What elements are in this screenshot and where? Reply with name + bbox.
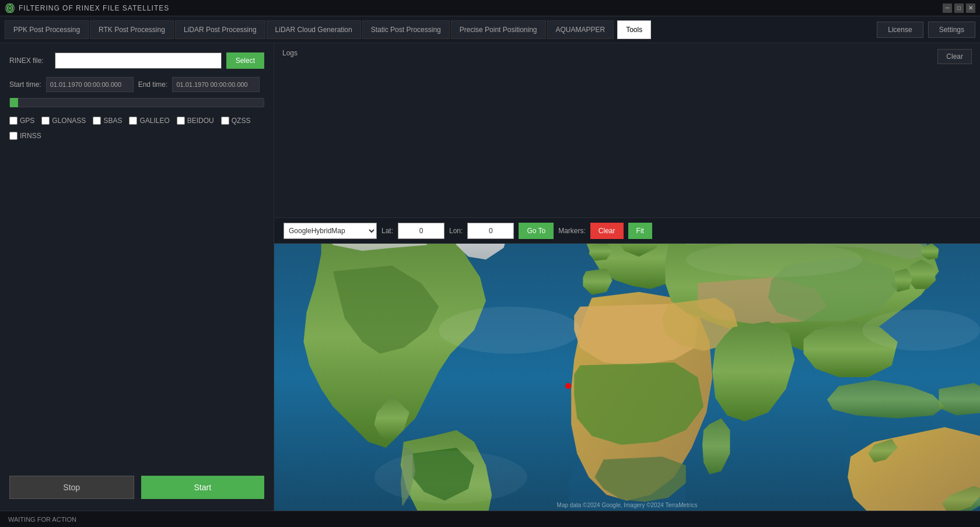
glonass-checkbox-item[interactable]: GLONASS: [41, 117, 86, 125]
beidou-checkbox-item[interactable]: BEIDOU: [177, 117, 214, 125]
irnss-label: IRNSS: [20, 132, 41, 140]
sbas-checkbox-item[interactable]: SBAS: [93, 117, 122, 125]
time-range-slider[interactable]: [9, 98, 264, 107]
app-icon: [5, 3, 15, 13]
lat-label: Lat:: [382, 227, 393, 235]
map-type-select[interactable]: GoogleHybridMap GoogleSatelliteMap Googl…: [284, 223, 377, 239]
gps-checkbox-item[interactable]: GPS: [9, 117, 34, 125]
sbas-checkbox[interactable]: [93, 117, 101, 125]
start-button[interactable]: Start: [141, 476, 265, 499]
svg-point-12: [862, 310, 980, 351]
svg-point-14: [565, 383, 571, 389]
settings-button[interactable]: Settings: [928, 22, 975, 38]
lon-input[interactable]: [467, 223, 514, 239]
right-panel: Logs Clear GoogleHybridMap GoogleSatelli…: [274, 43, 980, 511]
range-handle-right[interactable]: [13, 98, 18, 107]
close-button[interactable]: ✕: [966, 3, 975, 13]
title-bar: FILTERING OF RINEX FILE SATELLITES ─ □ ✕: [0, 0, 980, 16]
svg-point-13: [374, 451, 527, 504]
left-panel: RINEX file: Select Start time: End time:…: [0, 43, 274, 511]
map-controls: GoogleHybridMap GoogleSatelliteMap Googl…: [274, 218, 980, 244]
clear-markers-button[interactable]: Clear: [590, 223, 624, 239]
glonass-label: GLONASS: [52, 117, 86, 125]
qzss-checkbox[interactable]: [221, 117, 229, 125]
end-time-input[interactable]: [172, 77, 260, 92]
qzss-label: QZSS: [232, 117, 251, 125]
title-bar-left: FILTERING OF RINEX FILE SATELLITES: [5, 3, 169, 13]
clear-logs-button[interactable]: Clear: [937, 49, 972, 64]
tab-tools[interactable]: Tools: [617, 20, 651, 39]
qzss-checkbox-item[interactable]: QZSS: [221, 117, 251, 125]
tab-static-post-processing[interactable]: Static Post Processing: [362, 20, 450, 39]
status-bar: WAITING FOR ACTION: [0, 511, 980, 527]
irnss-checkbox-item[interactable]: IRNSS: [9, 132, 41, 140]
start-time-input[interactable]: [46, 77, 134, 92]
irnss-checkbox[interactable]: [9, 132, 18, 140]
tab-rtk-post-processing[interactable]: RTK Post Processing: [90, 20, 174, 39]
start-time-label: Start time:: [9, 80, 41, 89]
beidou-label: BEIDOU: [187, 117, 214, 125]
end-time-label: End time:: [138, 80, 168, 89]
tab-lidar-post-processing[interactable]: LiDAR Post Processing: [175, 20, 265, 39]
select-file-button[interactable]: Select: [226, 52, 264, 69]
bottom-buttons: Stop Start: [9, 476, 264, 501]
svg-point-3: [9, 7, 11, 9]
map-watermark: Map data ©2024 Google, Imagery ©2024 Ter…: [274, 502, 980, 508]
map-type-wrapper: GoogleHybridMap GoogleSatelliteMap Googl…: [284, 223, 377, 239]
gps-checkbox[interactable]: [9, 117, 18, 125]
rinex-file-input[interactable]: [55, 52, 222, 69]
galileo-checkbox-item[interactable]: GALILEO: [129, 117, 169, 125]
tab-precise-point-positioning[interactable]: Precise Point Positioning: [451, 20, 546, 39]
lat-input[interactable]: [398, 223, 444, 239]
glonass-checkbox[interactable]: [41, 117, 50, 125]
map-canvas[interactable]: Map data ©2024 Google, Imagery ©2024 Ter…: [274, 244, 980, 511]
map-area[interactable]: Map data ©2024 Google, Imagery ©2024 Ter…: [274, 244, 980, 511]
restore-button[interactable]: □: [954, 3, 964, 13]
galileo-label: GALILEO: [139, 117, 169, 125]
license-button[interactable]: License: [877, 22, 923, 38]
minimize-button[interactable]: ─: [943, 3, 952, 13]
main: RINEX file: Select Start time: End time:…: [0, 43, 980, 511]
nav-tabs: PPK Post Processing RTK Post Processing …: [0, 16, 980, 43]
time-row: Start time: End time:: [9, 77, 264, 92]
rinex-label: RINEX file:: [9, 57, 50, 65]
nav-right: License Settings: [877, 22, 975, 38]
window-controls: ─ □ ✕: [943, 3, 975, 13]
logs-label: Logs: [282, 49, 972, 57]
window-title: FILTERING OF RINEX FILE SATELLITES: [19, 4, 169, 12]
satellite-checkboxes: GPS GLONASS SBAS GALILEO BEIDOU QZSS: [9, 117, 264, 140]
tab-ppk-post-processing[interactable]: PPK Post Processing: [5, 20, 89, 39]
world-map-svg: [274, 244, 980, 511]
status-text: WAITING FOR ACTION: [8, 516, 76, 523]
tab-lidar-cloud-generation[interactable]: LiDAR Cloud Generation: [267, 20, 361, 39]
markers-label: Markers:: [558, 227, 586, 235]
beidou-checkbox[interactable]: [177, 117, 185, 125]
tab-aquamapper[interactable]: AQUAMAPPER: [547, 20, 614, 39]
lon-label: Lon:: [449, 227, 463, 235]
rinex-file-row: RINEX file: Select: [9, 52, 264, 69]
range-track[interactable]: [9, 98, 264, 107]
goto-button[interactable]: Go To: [519, 223, 554, 239]
fit-button[interactable]: Fit: [628, 223, 652, 239]
svg-point-10: [439, 307, 580, 354]
stop-button[interactable]: Stop: [9, 476, 134, 499]
galileo-checkbox[interactable]: [129, 117, 137, 125]
logs-area: Logs Clear: [274, 43, 980, 218]
sbas-label: SBAS: [103, 117, 122, 125]
gps-label: GPS: [20, 117, 34, 125]
